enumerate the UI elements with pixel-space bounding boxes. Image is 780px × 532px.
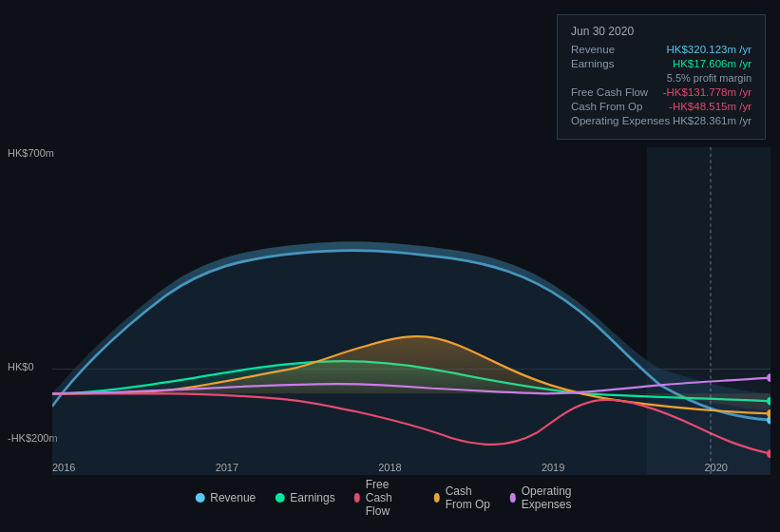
cashfromop-legend-dot	[434, 493, 440, 503]
tooltip-card: Jun 30 2020 Revenue HK$320.123m /yr Earn…	[557, 14, 766, 140]
revenue-unit: /yr	[739, 44, 751, 55]
legend-revenue[interactable]: Revenue	[195, 491, 256, 504]
earnings-legend-dot	[275, 493, 284, 503]
chart-container	[52, 147, 770, 475]
cashfromop-label: Cash From Op	[571, 101, 642, 112]
legend-fcf[interactable]: Free Cash Flow	[354, 478, 415, 518]
opex-legend-dot	[510, 493, 516, 503]
revenue-label: Revenue	[571, 44, 615, 55]
chart-svg	[52, 147, 770, 475]
x-label-2018: 2018	[378, 462, 401, 473]
revenue-value: HK$320.123m	[666, 44, 736, 55]
margin-value: 5.5% profit margin	[667, 72, 751, 84]
x-label-2017: 2017	[216, 462, 238, 473]
earnings-unit: /yr	[739, 58, 751, 69]
x-label-2016: 2016	[52, 462, 75, 473]
revenue-legend-label: Revenue	[210, 491, 256, 504]
chart-legend: Revenue Earnings Free Cash Flow Cash Fro…	[195, 478, 585, 518]
x-axis-labels: 2016 2017 2018 2019 2020	[0, 462, 780, 473]
opex-unit: /yr	[739, 115, 751, 126]
fcf-value: -HK$131.778m	[663, 86, 736, 98]
earnings-value: HK$17.606m	[673, 58, 736, 69]
tooltip-earnings-row: Earnings HK$17.606m /yr	[571, 58, 751, 69]
opex-label: Operating Expenses	[571, 115, 670, 126]
fcf-unit: /yr	[739, 86, 751, 98]
tooltip-margin-row: 5.5% profit margin	[571, 72, 751, 84]
fcf-legend-dot	[354, 493, 360, 503]
cashfromop-unit: /yr	[739, 101, 751, 112]
legend-cashfromop[interactable]: Cash From Op	[434, 484, 491, 511]
y-label-0: HK$0	[8, 361, 34, 372]
tooltip-date: Jun 30 2020	[571, 25, 751, 38]
fcf-legend-label: Free Cash Flow	[366, 478, 415, 518]
x-label-2020: 2020	[705, 462, 728, 473]
tooltip-fcf-row: Free Cash Flow -HK$131.778m /yr	[571, 86, 751, 98]
opex-dot	[767, 373, 770, 382]
tooltip-revenue-row: Revenue HK$320.123m /yr	[571, 44, 751, 55]
tooltip-cashfromop-row: Cash From Op -HK$48.515m /yr	[571, 101, 751, 112]
earnings-label: Earnings	[571, 58, 614, 69]
cashfromop-value: -HK$48.515m	[669, 101, 736, 112]
revenue-legend-dot	[195, 493, 204, 503]
legend-opex[interactable]: Operating Expenses	[510, 484, 585, 511]
legend-earnings[interactable]: Earnings	[275, 491, 334, 504]
x-label-2019: 2019	[542, 462, 564, 473]
y-label-neg200: -HK$200m	[8, 432, 58, 444]
opex-value: HK$28.361m	[673, 115, 736, 126]
cashfromop-legend-label: Cash From Op	[446, 484, 491, 511]
y-label-700: HK$700m	[8, 147, 54, 159]
opex-legend-label: Operating Expenses	[522, 484, 585, 511]
fcf-label: Free Cash Flow	[571, 86, 648, 98]
earnings-legend-label: Earnings	[290, 491, 334, 504]
tooltip-opex-row: Operating Expenses HK$28.361m /yr	[571, 115, 751, 126]
